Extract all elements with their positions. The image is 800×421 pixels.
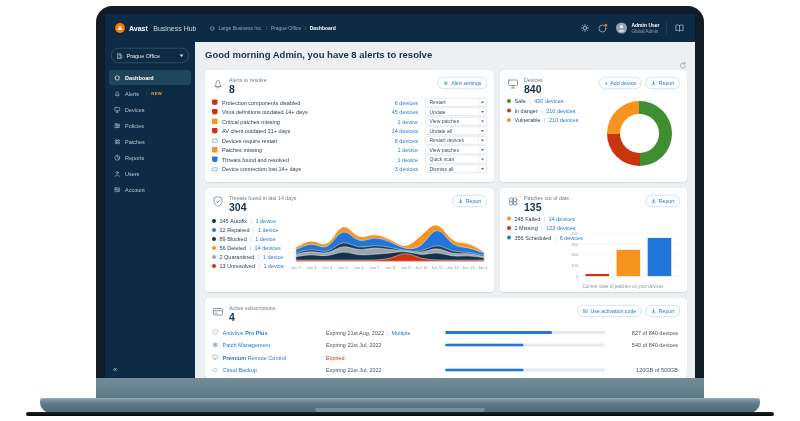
sidebar-item-reports[interactable]: Reports: [109, 150, 191, 165]
svg-text:Jun 8: Jun 8: [385, 265, 396, 270]
knowledge-book-icon[interactable]: [674, 23, 685, 34]
alert-devices-link[interactable]: 14 devices: [372, 128, 418, 134]
sidebar-item-label: Alerts: [125, 91, 139, 97]
office-selector[interactable]: Prague Office: [111, 48, 189, 63]
add-device-button[interactable]: +Add device: [599, 77, 642, 89]
patches-icon: [507, 196, 519, 208]
devices-donut-chart: [607, 101, 672, 166]
legend-devices-link[interactable]: 210 devices: [546, 108, 575, 114]
chevron-down-icon: [478, 127, 487, 135]
legend-label: Scheduled: [525, 235, 551, 241]
alert-devices-link[interactable]: 45 devices: [372, 109, 418, 115]
notifications-icon[interactable]: [597, 23, 608, 34]
alert-action-select[interactable]: View patches: [425, 117, 487, 126]
subscription-progress-bar: [445, 343, 605, 346]
legend-devices-link[interactable]: 210 devices: [549, 117, 578, 123]
subscription-name-link[interactable]: Cloud Backup: [212, 367, 326, 374]
bell-icon: [212, 78, 224, 90]
report-button[interactable]: Report: [646, 77, 680, 89]
button-label: Report: [466, 198, 482, 204]
monitor-icon: [507, 78, 519, 90]
sidebar-item-label: Reports: [125, 155, 144, 161]
sidebar-item-policies[interactable]: Policies: [109, 118, 191, 133]
home-icon: [114, 74, 121, 81]
plus-icon: +: [605, 80, 608, 86]
svg-text:Jun 9: Jun 9: [401, 265, 412, 270]
id-card-icon: [114, 186, 121, 193]
alert-row: Device connection lost 14+ days 3 device…: [212, 164, 487, 174]
legend-label: Autofix: [230, 218, 247, 224]
legend-devices-link[interactable]: 1 device: [255, 236, 275, 242]
alert-devices-link[interactable]: 6 devices: [372, 99, 418, 105]
report-button[interactable]: Report: [646, 195, 680, 207]
legend-dot: [507, 109, 511, 113]
gear-icon[interactable]: [579, 23, 590, 34]
multiple-link[interactable]: Multiple: [392, 329, 411, 335]
breadcrumb-item[interactable]: Large Business Inc.: [219, 25, 263, 31]
patches-bar-chart: 4003002001000 Current state of patches o…: [564, 230, 682, 289]
sidebar-item-label: Devices: [125, 107, 145, 113]
shield-check-icon: [212, 196, 224, 208]
svg-text:Jun 4: Jun 4: [322, 265, 333, 270]
sidebar-item-users[interactable]: Users: [109, 166, 191, 181]
sidebar-item-account[interactable]: Account: [109, 182, 191, 197]
svg-text:Jun 10: Jun 10: [415, 265, 428, 270]
card-title: Active subscriptions: [229, 305, 275, 311]
legend-devices-link[interactable]: 1 device: [263, 254, 283, 260]
legend-dot: [507, 226, 511, 230]
alert-label: Virus definitions outdated 14+ days: [222, 109, 372, 115]
alert-devices-link[interactable]: 3 devices: [372, 166, 418, 172]
use-activation-code-button[interactable]: Use activation code: [577, 305, 642, 317]
alert-action-select[interactable]: Restart: [425, 98, 487, 107]
devices-count: 840: [524, 84, 543, 95]
alert-devices-link[interactable]: 1 device: [372, 147, 418, 153]
alert-action-select[interactable]: Quick scan: [425, 155, 487, 164]
sidebar-collapse-button[interactable]: «: [113, 365, 117, 374]
avast-logo[interactable]: Avast Business Hub: [115, 23, 197, 33]
alert-action-select[interactable]: Restart devices: [425, 136, 487, 145]
legend-devices-link[interactable]: 1 device: [255, 218, 275, 224]
legend-devices-link[interactable]: 14 devices: [255, 245, 281, 251]
sidebar-item-devices[interactable]: Devices: [109, 102, 191, 117]
legend-label: Repaired: [227, 227, 249, 233]
alert-action-select[interactable]: Dismiss all: [425, 165, 487, 174]
legend-devices-link[interactable]: 420 devices: [534, 98, 563, 104]
refresh-icon[interactable]: [679, 62, 687, 70]
legend-label: Vulnerable: [515, 117, 541, 123]
breadcrumb-item[interactable]: Prague Office: [271, 25, 301, 31]
sidebar-item-patches[interactable]: Patches: [109, 134, 191, 149]
alert-action-select[interactable]: View patches: [425, 146, 487, 155]
report-button[interactable]: Report: [646, 305, 680, 317]
user-name: Admin User: [631, 22, 659, 28]
legend-devices-link[interactable]: 1 device: [263, 263, 283, 269]
monitor-icon: [212, 354, 219, 361]
alert-action-select[interactable]: Update: [425, 108, 487, 117]
subscription-name-link[interactable]: Antivirus Pro Plus: [212, 329, 326, 336]
sidebar-item-label: Patches: [125, 139, 145, 145]
alert-devices-link[interactable]: 1 device: [372, 118, 418, 124]
legend-devices-link[interactable]: 14 devices: [549, 216, 575, 222]
subscription-name-link[interactable]: Patch Management: [212, 342, 326, 349]
svg-text:300: 300: [571, 241, 579, 246]
alert-devices-link[interactable]: 6 devices: [372, 137, 418, 143]
brand-name-bold: Avast: [129, 24, 148, 32]
user-menu[interactable]: Admin User Global Admin: [615, 22, 659, 34]
alert-label: Threats found and resolved: [222, 156, 372, 162]
alert-label: Protection components disabled: [222, 99, 372, 105]
alert-devices-link[interactable]: 1 device: [372, 156, 418, 162]
activation-code-icon: [582, 308, 588, 314]
subscription-name-link[interactable]: Premium Remote Control: [212, 354, 326, 361]
sidebar-item-dashboard[interactable]: Dashboard: [109, 70, 191, 85]
sidebar-item-alerts[interactable]: Alerts | NEW: [109, 86, 191, 101]
laptop-screen: Avast Business Hub Large Business Inc. /…: [96, 6, 704, 398]
legend-devices-link[interactable]: 1 device: [258, 227, 278, 233]
legend-item: 89 Blocked|1 device: [212, 236, 290, 242]
sliders-icon: [114, 122, 121, 129]
legend-dot: [507, 217, 511, 221]
download-icon: [651, 309, 656, 314]
legend-item: 145 Autofix|1 device: [212, 218, 290, 224]
monitor-icon: [114, 106, 121, 113]
report-button[interactable]: Report: [453, 195, 487, 207]
alert-action-select[interactable]: Update all: [425, 127, 487, 136]
alert-settings-button[interactable]: Alert settings: [438, 77, 487, 89]
